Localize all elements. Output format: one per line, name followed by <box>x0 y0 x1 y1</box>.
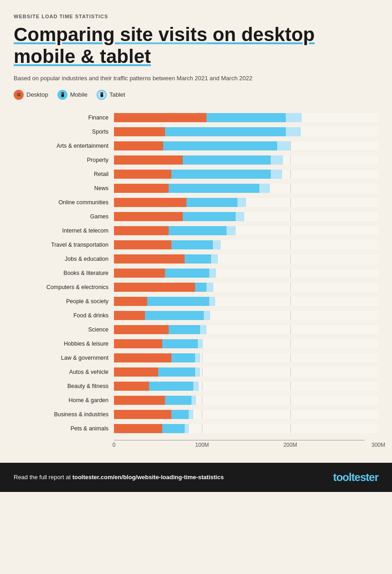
bar-tablet <box>236 212 244 221</box>
bar-group <box>114 269 378 278</box>
bar-tablet <box>277 141 290 150</box>
tablet-label: Tablet <box>109 91 125 98</box>
row-label: Travel & transportation <box>14 242 114 248</box>
bar-desktop <box>114 212 183 221</box>
chart-row: Hobbies & leisure <box>14 337 378 350</box>
bar-desktop <box>114 254 185 264</box>
bar-desktop <box>114 198 186 207</box>
bar-tablet <box>259 184 270 193</box>
bar-tablet <box>195 367 201 377</box>
title-text-1: Comparing <box>14 24 120 45</box>
bar-tablet <box>204 311 210 320</box>
chart-row: Property <box>14 154 378 166</box>
logo-text-2: tester <box>351 471 378 483</box>
bar-tablet <box>271 170 282 179</box>
row-label: Online communities <box>14 199 114 206</box>
bar-tablet <box>209 269 216 278</box>
footer-link[interactable]: tooltester.com/en/blog/website-loading-t… <box>72 474 224 481</box>
bar-group <box>114 127 378 136</box>
bar-tablet <box>213 240 221 249</box>
bar-group <box>114 155 378 165</box>
tablet-icon: 📱 <box>99 92 104 97</box>
row-label: Internet & telecom <box>14 228 114 234</box>
chart-row: Law & government <box>14 352 378 364</box>
bar-desktop <box>114 283 195 292</box>
chart-row: Books & literature <box>14 267 378 279</box>
bar-tablet <box>185 424 189 433</box>
bar-group <box>114 141 378 150</box>
legend-desktop: 🖥 Desktop <box>14 90 48 100</box>
chart-row: Computers & electronics <box>14 281 378 294</box>
x-axis-tick: 100M <box>195 442 209 448</box>
mobile-label: Mobile <box>70 91 88 98</box>
legend-tablet: 📱 Tablet <box>97 90 125 100</box>
bar-tablet <box>227 226 235 235</box>
desktop-label: Desktop <box>26 91 48 98</box>
bar-tablet <box>237 198 246 207</box>
row-label: Books & literature <box>14 270 114 276</box>
bar-group <box>114 382 378 391</box>
chart-row: Jobs & education <box>14 253 378 265</box>
chart-row: Food & drinks <box>14 309 378 322</box>
row-label: People & society <box>14 298 114 305</box>
bar-group <box>114 367 378 377</box>
bar-desktop <box>114 311 145 320</box>
bar-desktop <box>114 353 171 362</box>
row-label: Pets & animals <box>14 425 114 432</box>
row-label: Business & industries <box>14 411 114 418</box>
bar-desktop <box>114 424 162 433</box>
bar-tablet <box>189 410 193 419</box>
row-label: Sports <box>14 129 114 135</box>
mobile-icon: 📱 <box>60 92 65 97</box>
bar-group <box>114 198 378 207</box>
bar-group <box>114 170 378 179</box>
chart-wrapper: FinanceSportsArts & entertainmentPropert… <box>14 111 378 436</box>
chart-row: Online communities <box>14 196 378 209</box>
chart-row: Pets & animals <box>14 422 378 435</box>
row-label: Games <box>14 213 114 220</box>
bar-group <box>114 283 378 292</box>
chart-row: Games <box>14 210 378 223</box>
bar-tablet <box>200 325 206 334</box>
footer-text-prefix: Read the full report at <box>14 474 72 481</box>
bar-group <box>114 410 378 419</box>
chart-row: Autos & vehicle <box>14 366 378 378</box>
bar-tablet <box>286 127 301 136</box>
bar-group <box>114 240 378 249</box>
bar-desktop <box>114 226 169 235</box>
bar-desktop <box>114 141 163 150</box>
row-label: Retail <box>14 171 114 177</box>
bar-desktop <box>114 339 162 348</box>
legend-mobile: 📱 Mobile <box>57 90 88 100</box>
page-title: Comparing site visits on desktop mobile … <box>14 24 378 68</box>
bar-group <box>114 113 378 122</box>
chart-row: Finance <box>14 111 378 124</box>
bar-group <box>114 226 378 235</box>
desktop-dot: 🖥 <box>14 90 24 100</box>
row-label: Arts & entertainment <box>14 143 114 149</box>
row-label: Hobbies & leisure <box>14 341 114 347</box>
chart-row: People & society <box>14 295 378 308</box>
bar-group <box>114 325 378 334</box>
chart-row: Beauty & fitness <box>14 380 378 393</box>
chart-row: Internet & telecom <box>14 224 378 237</box>
x-axis: 0100M200M300M <box>14 440 378 454</box>
row-label: News <box>14 185 114 191</box>
x-axis-tick: 200M <box>284 442 297 448</box>
bar-tablet <box>191 396 196 405</box>
bar-desktop <box>114 113 206 122</box>
row-label: Jobs & education <box>14 256 114 262</box>
bar-desktop <box>114 155 183 165</box>
tablet-dot: 📱 <box>97 90 107 100</box>
bar-tablet <box>195 353 201 362</box>
desktop-icon: 🖥 <box>16 92 21 97</box>
x-axis-tick: 0 <box>113 442 116 448</box>
bar-group <box>114 297 378 306</box>
bar-desktop <box>114 269 165 278</box>
bar-tablet <box>211 254 218 264</box>
bar-group <box>114 424 378 433</box>
footer-logo: tooltester <box>333 471 378 484</box>
bar-desktop <box>114 240 171 249</box>
chart-row: Arts & entertainment <box>14 140 378 152</box>
footer: Read the full report at tooltester.com/e… <box>0 463 392 492</box>
